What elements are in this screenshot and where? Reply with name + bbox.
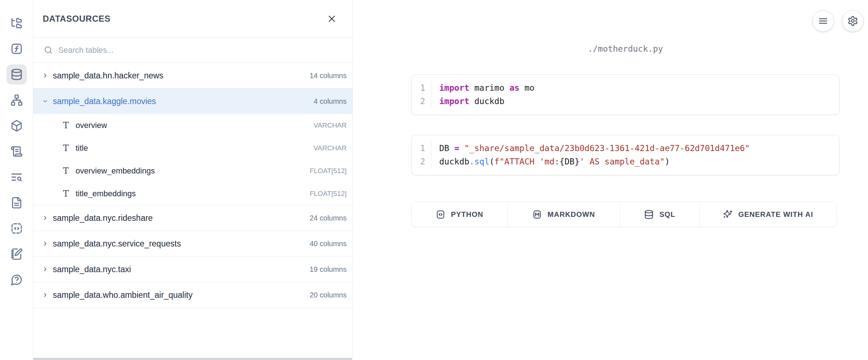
table-column-count: 24 columns <box>310 214 347 222</box>
chevron-right-icon <box>42 240 48 247</box>
sidebar-item-packages[interactable] <box>7 116 27 136</box>
line-number: 2 <box>412 95 431 108</box>
cells-container: 1import marimo as mo2import duckdb1DB = … <box>411 74 839 227</box>
python-cell-icon <box>436 210 445 219</box>
notebook-area: ./motherduck.py 1import marimo as mo2imp… <box>353 0 868 360</box>
table-row[interactable]: sample_data.nyc.taxi19 columns <box>33 257 352 282</box>
markdown-icon <box>532 210 542 219</box>
column-row[interactable]: Toverview_embeddingsFLOAT[512] <box>33 159 352 182</box>
code-text: DB = "_share/sample_data/23b0d623-1361-4… <box>431 142 750 155</box>
table-section: sample_data.hn.hacker_news14 columns <box>33 63 352 89</box>
chevron-right-icon <box>42 292 48 298</box>
add-cell-button-markdown[interactable]: MARKDOWN <box>508 202 620 227</box>
settings-button[interactable] <box>842 10 864 32</box>
table-column-count: 20 columns <box>310 291 347 299</box>
file-text-icon <box>10 197 23 209</box>
code-text: import duckdb <box>431 95 504 108</box>
close-icon[interactable] <box>326 13 338 25</box>
table-name: sample_data.kaggle.movies <box>53 97 156 106</box>
column-type: VARCHAR <box>314 144 347 152</box>
table-row[interactable]: sample_data.nyc.service_requests40 colum… <box>33 231 352 256</box>
notebook-column: ./motherduck.py 1import marimo as mo2imp… <box>411 0 839 227</box>
line-number: 1 <box>412 81 431 95</box>
sidebar-item-snippets[interactable] <box>7 218 27 239</box>
chevron-down-icon <box>42 98 48 104</box>
add-cell-button-generate-with-ai[interactable]: GENERATE WITH AI <box>700 202 837 227</box>
table-name: sample_data.nyc.rideshare <box>53 213 153 223</box>
sidebar-item-variables[interactable] <box>7 39 27 59</box>
column-type: FLOAT[512] <box>310 190 347 198</box>
code-cell[interactable]: 1DB = "_share/sample_data/23b0d623-1361-… <box>411 135 839 175</box>
table-name: sample_data.nyc.taxi <box>53 265 131 274</box>
add-cell-button-label: PYTHON <box>451 210 483 219</box>
chevron-right-icon <box>42 72 48 79</box>
tables-list: sample_data.hn.hacker_news14 columnssamp… <box>33 63 352 308</box>
sidebar-item-dependencies[interactable] <box>7 90 27 110</box>
sparkles-icon <box>723 210 733 219</box>
column-name: title_embeddings <box>76 189 136 198</box>
add-cell-button-label: MARKDOWN <box>547 210 595 219</box>
panel-scrollbar[interactable] <box>33 358 352 360</box>
text-type-icon: T <box>62 167 70 175</box>
column-name: title <box>76 143 88 153</box>
table-column-count: 4 columns <box>314 97 347 106</box>
column-type: VARCHAR <box>314 121 347 129</box>
line-number: 2 <box>412 155 431 168</box>
chevron-right-icon <box>42 240 48 247</box>
code-line: 2import duckdb <box>412 95 839 108</box>
help-bubble-icon <box>10 274 23 286</box>
function-square-icon <box>10 43 23 55</box>
table-section: sample_data.nyc.rideshare24 columns <box>33 205 352 231</box>
table-row[interactable]: sample_data.who.ambient_air_quality20 co… <box>33 282 352 308</box>
table-row[interactable]: sample_data.kaggle.movies4 columns <box>33 89 352 114</box>
sidebar-item-datasources[interactable] <box>7 64 27 85</box>
sparkles-icon <box>723 210 733 219</box>
code-line: 1DB = "_share/sample_data/23b0d623-1361-… <box>412 142 839 155</box>
database-icon <box>10 68 23 81</box>
code-line: 1import marimo as mo <box>412 81 839 95</box>
text-search-icon <box>10 171 23 183</box>
chevron-right-icon <box>42 72 48 79</box>
code-cell[interactable]: 1import marimo as mo2import duckdb <box>411 74 839 115</box>
notebook-pen-icon <box>10 248 23 260</box>
table-row[interactable]: sample_data.nyc.rideshare24 columns <box>33 205 352 231</box>
code-text: duckdb.sql(f"ATTACH 'md:{DB}' AS sample_… <box>431 155 670 168</box>
sidebar-item-documentation[interactable] <box>7 193 27 213</box>
sql-database-icon <box>644 210 654 219</box>
column-row[interactable]: ToverviewVARCHAR <box>33 114 352 137</box>
search-bar <box>33 38 352 63</box>
table-row[interactable]: sample_data.hn.hacker_news14 columns <box>33 63 352 88</box>
datasources-header: DATASOURCES <box>33 0 352 38</box>
table-name: sample_data.nyc.service_requests <box>53 239 181 249</box>
folder-tree-icon <box>10 17 23 29</box>
line-number: 1 <box>412 142 431 155</box>
add-cell-button-python[interactable]: PYTHON <box>412 202 508 227</box>
panel-title: DATASOURCES <box>43 14 110 24</box>
add-cell-button-label: GENERATE WITH AI <box>738 210 813 219</box>
markdown-icon <box>532 210 542 219</box>
table-name: sample_data.hn.hacker_news <box>53 71 164 81</box>
table-section: sample_data.nyc.service_requests40 colum… <box>33 231 352 257</box>
gear-icon <box>847 16 858 26</box>
network-graph-icon <box>10 94 23 106</box>
table-column-count: 14 columns <box>310 72 347 80</box>
notebook-filename[interactable]: ./motherduck.py <box>411 44 839 53</box>
code-line: 2duckdb.sql(f"ATTACH 'md:{DB}' AS sample… <box>412 155 839 168</box>
sidebar-item-file-explorer[interactable] <box>7 13 27 33</box>
sidebar-item-logs[interactable] <box>7 141 27 162</box>
sql-database-icon <box>644 210 654 219</box>
search-input[interactable] <box>58 46 347 55</box>
datasources-panel: DATASOURCES sample_data.hn.hacker_news14… <box>33 0 353 360</box>
chevron-right-icon <box>42 215 48 221</box>
chevron-right-icon <box>42 266 48 273</box>
sidebar-item-help[interactable] <box>7 270 27 290</box>
code-square-icon <box>10 222 23 235</box>
search-icon <box>43 45 53 55</box>
column-name: overview <box>76 121 107 130</box>
sidebar-item-tracebacks[interactable] <box>7 167 27 187</box>
sidebar-item-scratchpad[interactable] <box>7 244 27 264</box>
column-row[interactable]: TtitleVARCHAR <box>33 137 352 159</box>
add-cell-button-sql[interactable]: SQL <box>620 202 700 227</box>
sidebar-icon-rail <box>0 0 33 360</box>
column-row[interactable]: Ttitle_embeddingsFLOAT[512] <box>33 182 352 205</box>
